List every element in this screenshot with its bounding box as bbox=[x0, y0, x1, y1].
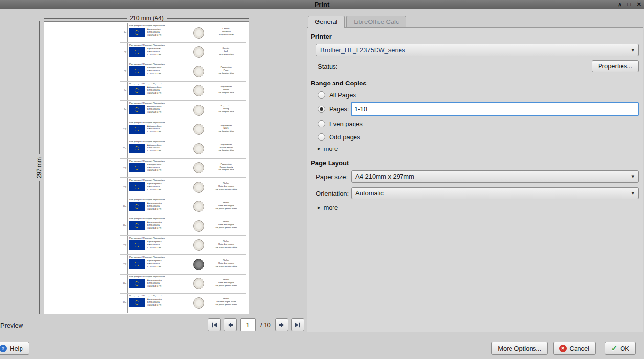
row-variety-text: PlaqueminierPenniosur diospiros lotus bbox=[206, 82, 246, 101]
tab-general[interactable]: General bbox=[308, 16, 345, 28]
passport-line-c: C 2024-01 D FR bbox=[147, 304, 162, 307]
row-variety-text: PlaqueminierRussian beautysur diospiros … bbox=[206, 159, 246, 178]
row-variety-text: PêcherReine des vergerssur prunus persic… bbox=[206, 178, 246, 197]
printer-select[interactable]: Brother_HL_L2375DW_series ▾ bbox=[316, 44, 639, 56]
stamp-logo-icon bbox=[193, 182, 204, 193]
previous-page-button[interactable] bbox=[224, 318, 237, 331]
current-page-input[interactable] bbox=[240, 318, 256, 331]
ok-button[interactable]: ✓ OK bbox=[605, 342, 636, 355]
chevron-down-icon: ▾ bbox=[627, 173, 634, 180]
row-qty: 14g bbox=[120, 255, 127, 274]
paper-width-ruler: 210 mm (A4) bbox=[44, 15, 249, 21]
passport-line-b: B FR-087005V bbox=[147, 127, 161, 130]
label-row: 14g Plant passport / Passeport Phytosani… bbox=[120, 275, 246, 294]
first-page-button[interactable] bbox=[208, 318, 221, 331]
stamp-logo-icon bbox=[193, 201, 204, 212]
general-tab-content: Printer Brother_HL_L2375DW_series ▾ Stat… bbox=[307, 27, 643, 332]
passport-line-b: B FR-087005V bbox=[147, 89, 161, 92]
passport-header: Plant passport / Passeport Phytosanitair… bbox=[129, 237, 188, 239]
paper-size-select[interactable]: A4 210mm x 297mm ▾ bbox=[351, 170, 639, 183]
first-page-icon bbox=[211, 321, 218, 329]
eu-flag-icon bbox=[129, 47, 145, 57]
layout-more-expander[interactable]: ▸ more bbox=[318, 204, 338, 211]
label-row: 8g Plant passport / Passeport Phytosanit… bbox=[120, 101, 246, 120]
row-qty: 13g bbox=[120, 139, 127, 158]
row-variety-text: PlaqueminierShengsur diospiros lotus bbox=[206, 101, 246, 120]
plant-passport-label: Plant passport / Passeport Phytosanitair… bbox=[127, 82, 189, 101]
eu-flag-icon bbox=[129, 144, 145, 153]
label-row: 6g Plant passport / Passeport Phytosanit… bbox=[120, 62, 246, 82]
passport-line-b: B FR-087005V bbox=[147, 50, 161, 53]
maximize-icon[interactable]: □ bbox=[627, 0, 631, 9]
passport-line-c: C 2024-01 D FR bbox=[147, 285, 162, 288]
eu-flag-icon bbox=[129, 298, 145, 307]
properties-button[interactable]: Properties... bbox=[592, 60, 639, 72]
paper-size-label: Paper size: bbox=[316, 173, 348, 181]
rollup-icon[interactable]: ∧ bbox=[618, 0, 622, 9]
radio-even-pages[interactable]: Even pages bbox=[318, 120, 363, 127]
plant-passport-label: Plant passport / Passeport Phytosanitair… bbox=[127, 101, 189, 120]
row-variety-text: PêcherReine des vergerssur prunus persic… bbox=[206, 236, 246, 255]
row-qty: 14g bbox=[120, 178, 127, 197]
passport-line-b: B FR-087005V bbox=[147, 205, 162, 208]
row-qty: 14g bbox=[120, 236, 127, 255]
passport-header: Plant passport / Passeport Phytosanitair… bbox=[129, 275, 188, 278]
passport-header: Plant passport / Passeport Phytosanitair… bbox=[129, 24, 188, 27]
passport-line-c: C 2025-01 D FR bbox=[147, 130, 161, 133]
more-options-button[interactable]: More Options... bbox=[491, 342, 548, 355]
previous-page-icon bbox=[227, 321, 234, 329]
passport-line-c: C 2025-01 D FR bbox=[147, 92, 161, 95]
radio-indicator bbox=[318, 120, 325, 127]
eu-flag-icon bbox=[129, 221, 145, 230]
stamp-logo-icon bbox=[193, 278, 204, 289]
label-row: 14g Plant passport / Passeport Phytosani… bbox=[120, 197, 246, 217]
passport-line-a: A prunus persica bbox=[147, 279, 162, 282]
window-title: Print bbox=[315, 1, 330, 8]
pages-input[interactable] bbox=[351, 102, 639, 116]
plant-passport-label: Plant passport / Passeport Phytosanitair… bbox=[127, 62, 189, 81]
tab-libreoffice-calc[interactable]: LibreOffice Calc bbox=[346, 16, 406, 28]
row-variety-text: PêcherPêche de Vigne Jaunesur prunus per… bbox=[206, 294, 246, 313]
passport-line-c: C 2025-01 D FR bbox=[147, 53, 161, 56]
radio-all-pages[interactable]: All Pages bbox=[318, 91, 356, 99]
row-qty: 2g bbox=[120, 23, 127, 42]
passport-line-a: A prunus avium bbox=[147, 47, 161, 50]
orientation-label: Orientation: bbox=[316, 190, 349, 197]
printer-name: Brother_HL_L2375DW_series bbox=[320, 46, 405, 54]
plant-passport-label: Plant passport / Passeport Phytosanitair… bbox=[127, 43, 189, 62]
orientation-select[interactable]: Automatic ▾ bbox=[351, 187, 639, 199]
passport-line-a: A prunus persica bbox=[147, 240, 162, 243]
cancel-label: Cancel bbox=[570, 345, 589, 352]
plant-passport-label: Plant passport / Passeport Phytosanitair… bbox=[127, 275, 189, 294]
pages-input-wrap bbox=[351, 102, 639, 116]
row-qty: 14g bbox=[120, 216, 127, 235]
next-page-button[interactable] bbox=[275, 318, 288, 331]
stamp-logo-icon bbox=[193, 143, 204, 154]
eu-flag-icon bbox=[129, 125, 145, 134]
label-row: 14g Plant passport / Passeport Phytosani… bbox=[120, 236, 246, 255]
range-more-expander[interactable]: ▸ more bbox=[318, 145, 338, 152]
passport-line-a: A prunus persica bbox=[147, 202, 162, 205]
close-icon[interactable]: ✕ bbox=[637, 0, 641, 9]
row-variety-text: PlaqueminierNC21sur diospiros lotus bbox=[206, 120, 246, 139]
paper-height-label: 297 mm bbox=[36, 157, 43, 178]
row-variety-text: PêcherReine des vergerssur prunus persic… bbox=[206, 275, 246, 294]
paper-height-ruler: 297 mm bbox=[35, 21, 43, 314]
range-section-title: Range and Copies bbox=[311, 80, 366, 87]
passport-line-b: B FR-087005V bbox=[147, 166, 161, 169]
paper-size-value: A4 210mm x 297mm bbox=[355, 173, 414, 180]
stamp-logo-icon bbox=[193, 85, 204, 96]
passport-line-c: C 2024-01 D FR bbox=[147, 188, 162, 191]
row-qty: 14g bbox=[120, 197, 127, 216]
passport-header: Plant passport / Passeport Phytosanitair… bbox=[129, 198, 188, 201]
plant-passport-label: Plant passport / Passeport Phytosanitair… bbox=[127, 236, 189, 255]
label-row: 15g Plant passport / Passeport Phytosani… bbox=[120, 294, 246, 313]
radio-odd-pages[interactable]: Odd pages bbox=[318, 133, 360, 141]
label-row: 10g Plant passport / Passeport Phytosani… bbox=[120, 120, 246, 140]
help-button[interactable]: ? Help bbox=[0, 342, 29, 355]
last-page-button[interactable] bbox=[291, 318, 304, 331]
cancel-button[interactable]: ✕ Cancel bbox=[553, 342, 596, 355]
radio-pages[interactable]: Pages: bbox=[318, 106, 349, 113]
eu-flag-icon bbox=[129, 66, 145, 76]
label-row: 7g Plant passport / Passeport Phytosanit… bbox=[120, 82, 246, 101]
